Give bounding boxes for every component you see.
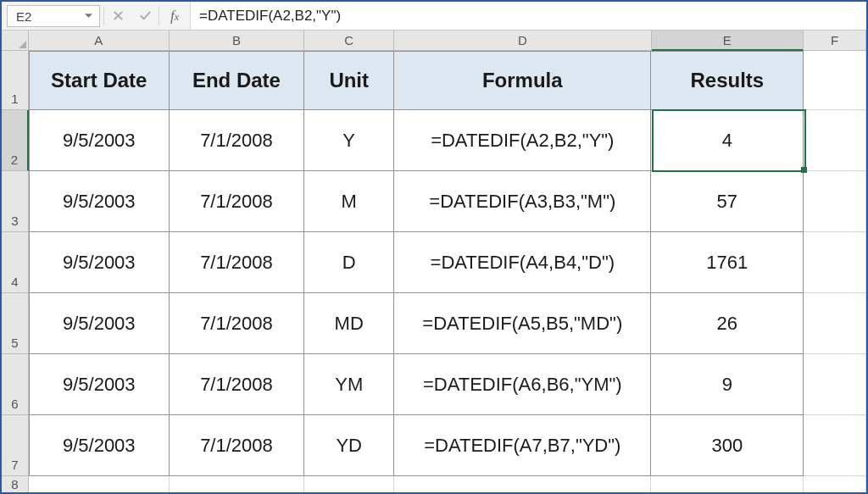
col-header-A[interactable]: A	[29, 31, 170, 50]
cell-B4[interactable]: 7/1/2008	[170, 232, 305, 293]
cell-A8[interactable]	[29, 476, 170, 492]
table-row: 2 9/5/2003 7/1/2008 Y =DATEDIF(A2,B2,"Y"…	[2, 110, 866, 171]
row-header-8[interactable]: 8	[2, 476, 29, 492]
select-all-button[interactable]	[2, 31, 29, 50]
cell-D7[interactable]: =DATEDIF(A7,B7,"YD")	[394, 415, 651, 476]
name-box[interactable]: E2	[7, 5, 100, 27]
cell-C6[interactable]: YM	[304, 354, 394, 415]
cell-E4[interactable]: 1761	[651, 232, 804, 293]
table-row: 6 9/5/2003 7/1/2008 YM =DATEDIF(A6,B6,"Y…	[2, 354, 866, 415]
cell-B7[interactable]: 7/1/2008	[170, 415, 305, 476]
table-row: 5 9/5/2003 7/1/2008 MD =DATEDIF(A5,B5,"M…	[2, 293, 866, 354]
name-box-dropdown-icon[interactable]	[82, 10, 94, 22]
cell-B8[interactable]	[170, 476, 305, 492]
table-row: 7 9/5/2003 7/1/2008 YD =DATEDIF(A7,B7,"Y…	[2, 415, 866, 476]
cell-A7[interactable]: 9/5/2003	[29, 415, 170, 476]
cell-C4[interactable]: D	[304, 232, 394, 293]
header-cell-B[interactable]: End Date	[170, 51, 305, 110]
cell-F7[interactable]	[804, 415, 866, 476]
cancel-formula-button[interactable]	[104, 2, 131, 30]
enter-formula-button[interactable]	[131, 2, 159, 30]
table-row: 8	[2, 476, 866, 492]
formula-bar: E2 fx =DATEDIF(A2,B2,"Y")	[2, 2, 866, 31]
row-header-5[interactable]: 5	[2, 293, 29, 354]
cell-F8[interactable]	[804, 476, 866, 492]
row-header-6[interactable]: 6	[2, 354, 29, 415]
header-cell-E[interactable]: Results	[651, 51, 804, 110]
cell-A6[interactable]: 9/5/2003	[29, 354, 170, 415]
header-cell-A[interactable]: Start Date	[29, 51, 170, 110]
cell-F5[interactable]	[804, 293, 866, 354]
row-header-1[interactable]: 1	[2, 51, 29, 110]
row-header-4[interactable]: 4	[2, 232, 29, 293]
cell-F6[interactable]	[804, 354, 866, 415]
table-row: 4 9/5/2003 7/1/2008 D =DATEDIF(A4,B4,"D"…	[2, 232, 866, 293]
header-cell-C[interactable]: Unit	[304, 51, 394, 110]
cell-A2[interactable]: 9/5/2003	[29, 110, 170, 171]
col-header-D[interactable]: D	[394, 31, 651, 50]
name-box-value: E2	[16, 9, 31, 24]
grid-rows: 1 Start Date End Date Unit Formula Resul…	[2, 51, 866, 492]
col-header-B[interactable]: B	[170, 31, 305, 50]
cell-D4[interactable]: =DATEDIF(A4,B4,"D")	[394, 232, 651, 293]
cell-D5[interactable]: =DATEDIF(A5,B5,"MD")	[394, 293, 651, 354]
cell-C5[interactable]: MD	[304, 293, 394, 354]
column-headers: A B C D E F	[2, 31, 866, 51]
cell-E7[interactable]: 300	[651, 415, 804, 476]
cell-B6[interactable]: 7/1/2008	[170, 354, 305, 415]
row-header-2[interactable]: 2	[2, 110, 29, 171]
cell-F2[interactable]	[804, 110, 866, 171]
insert-function-button[interactable]: fx	[159, 2, 190, 30]
worksheet[interactable]: A B C D E F 1 Start Date End Date Unit F…	[2, 31, 866, 492]
cell-A4[interactable]: 9/5/2003	[29, 232, 170, 293]
col-header-F[interactable]: F	[804, 31, 866, 50]
cell-C3[interactable]: M	[304, 171, 394, 232]
cell-D3[interactable]: =DATEDIF(A3,B3,"M")	[394, 171, 651, 232]
cell-F3[interactable]	[804, 171, 866, 232]
formula-input[interactable]: =DATEDIF(A2,B2,"Y")	[190, 2, 866, 30]
cell-A3[interactable]: 9/5/2003	[29, 171, 170, 232]
cell-E8[interactable]	[651, 476, 804, 492]
cell-E5[interactable]: 26	[651, 293, 804, 354]
cell-F1[interactable]	[804, 51, 866, 110]
header-cell-D[interactable]: Formula	[394, 51, 651, 110]
col-header-C[interactable]: C	[304, 31, 394, 50]
cell-F4[interactable]	[804, 232, 866, 293]
row-header-7[interactable]: 7	[2, 415, 29, 476]
cell-E2[interactable]: 4	[651, 110, 804, 171]
cell-B3[interactable]: 7/1/2008	[170, 171, 305, 232]
cell-D2[interactable]: =DATEDIF(A2,B2,"Y")	[394, 110, 651, 171]
cell-C7[interactable]: YD	[304, 415, 394, 476]
cell-B2[interactable]: 7/1/2008	[170, 110, 305, 171]
cell-E6[interactable]: 9	[651, 354, 804, 415]
table-row: 1 Start Date End Date Unit Formula Resul…	[2, 51, 866, 110]
cell-D8[interactable]	[394, 476, 651, 492]
cell-B5[interactable]: 7/1/2008	[170, 293, 305, 354]
cell-C2[interactable]: Y	[304, 110, 394, 171]
table-row: 3 9/5/2003 7/1/2008 M =DATEDIF(A3,B3,"M"…	[2, 171, 866, 232]
cell-D6[interactable]: =DATEDIF(A6,B6,"YM")	[394, 354, 651, 415]
col-header-E[interactable]: E	[652, 31, 804, 51]
cell-A5[interactable]: 9/5/2003	[29, 293, 170, 354]
formula-input-value: =DATEDIF(A2,B2,"Y")	[199, 8, 341, 25]
row-header-3[interactable]: 3	[2, 171, 29, 232]
cell-C8[interactable]	[304, 476, 394, 492]
cell-E3[interactable]: 57	[651, 171, 804, 232]
